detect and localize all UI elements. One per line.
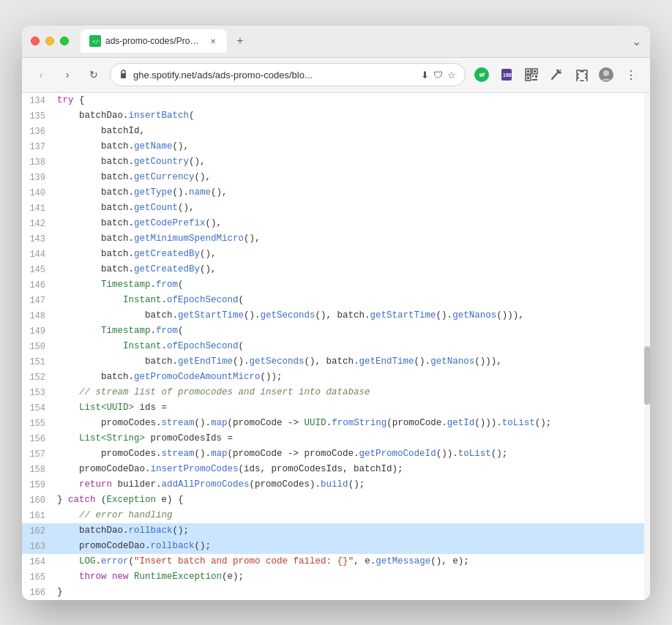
svg-point-16 bbox=[603, 70, 609, 76]
line-content: } catch (Exception e) { bbox=[54, 493, 650, 508]
line-number: 136 bbox=[22, 124, 54, 139]
extensions-icon[interactable] bbox=[571, 64, 591, 85]
line-number: 159 bbox=[22, 477, 54, 493]
code-line: 161 // error handling bbox=[22, 508, 650, 523]
window-chevron[interactable]: ⌄ bbox=[632, 34, 641, 48]
code-line: 136 batchId, bbox=[22, 124, 650, 139]
browser-window: </> ads-promo-codes/PromoCode... ✕ + ⌄ ‹… bbox=[22, 26, 650, 600]
maximize-button[interactable] bbox=[60, 37, 69, 45]
code-editor: 134try {135 batchDao.insertBatch(136 bat… bbox=[22, 93, 650, 600]
line-content: List<UUID> ids = bbox=[54, 400, 650, 416]
line-content: batch.getCount(), bbox=[54, 201, 650, 216]
forward-icon: › bbox=[66, 69, 70, 81]
code-line: 150 Instant.ofEpochSecond( bbox=[22, 339, 650, 354]
line-number: 145 bbox=[22, 262, 54, 277]
lock-icon bbox=[119, 70, 127, 81]
forward-button[interactable]: › bbox=[57, 64, 78, 85]
line-content: batchId, bbox=[54, 124, 650, 139]
code-line: 164 LOG.error("Insert batch and promo co… bbox=[22, 554, 650, 569]
line-number: 163 bbox=[22, 539, 54, 554]
line-content: Instant.ofEpochSecond( bbox=[54, 339, 650, 354]
line-number: 161 bbox=[22, 508, 54, 523]
code-line: 142 batch.getCodePrefix(), bbox=[22, 216, 650, 231]
spotify-extension-icon[interactable] bbox=[471, 64, 492, 85]
qr-extension-icon[interactable] bbox=[521, 64, 542, 85]
svg-rect-9 bbox=[534, 70, 536, 72]
qr-icon bbox=[525, 68, 538, 81]
line-number: 138 bbox=[22, 154, 54, 170]
more-options-icon: ⋮ bbox=[625, 68, 637, 82]
scrollbar[interactable] bbox=[644, 93, 650, 600]
line-content: try { bbox=[54, 93, 650, 108]
line-content: batchDao.insertBatch( bbox=[54, 108, 650, 124]
code-line: 141 batch.getCount(), bbox=[22, 201, 650, 216]
address-bar[interactable]: ghe.spotify.net/ads/ads-promo-codes/blo.… bbox=[110, 63, 466, 86]
code-line: 148 batch.getStartTime().getSeconds(), b… bbox=[22, 308, 650, 323]
bookmark-icon[interactable]: ☆ bbox=[447, 70, 456, 81]
traffic-lights bbox=[31, 37, 69, 45]
code-content: 134try {135 batchDao.insertBatch(136 bat… bbox=[22, 93, 650, 600]
code-line: 159 return builder.addAllPromoCodes(prom… bbox=[22, 477, 650, 493]
back-button[interactable]: ‹ bbox=[31, 64, 51, 85]
active-tab[interactable]: </> ads-promo-codes/PromoCode... ✕ bbox=[81, 29, 227, 53]
code-line: 149 Timestamp.from( bbox=[22, 323, 650, 339]
line-number: 154 bbox=[22, 400, 54, 416]
line-number: 141 bbox=[22, 201, 54, 216]
line-number: 150 bbox=[22, 339, 54, 354]
line-number: 153 bbox=[22, 385, 54, 400]
line-number: 137 bbox=[22, 139, 54, 154]
tab-favicon: </> bbox=[89, 35, 101, 47]
reload-button[interactable]: ↻ bbox=[83, 64, 104, 85]
close-button[interactable] bbox=[31, 37, 40, 45]
line-content: // error handling bbox=[54, 508, 650, 523]
line-content: Timestamp.from( bbox=[54, 323, 650, 339]
code-line: 143 batch.getMinimumSpendMicro(), bbox=[22, 231, 650, 247]
download-icon[interactable]: ⬇ bbox=[421, 70, 429, 81]
new-tab-button[interactable]: + bbox=[230, 31, 250, 51]
navbar: ‹ › ↻ ghe.spotify.net/ads/ads-promo-code… bbox=[22, 58, 650, 93]
minimize-button[interactable] bbox=[45, 37, 54, 45]
line-content: batch.getEndTime().getSeconds(), batch.g… bbox=[54, 354, 650, 370]
tab-close-button[interactable]: ✕ bbox=[208, 36, 218, 46]
code-line: 155 promoCodes.stream().map(promoCode ->… bbox=[22, 416, 650, 431]
line-content: batch.getName(), bbox=[54, 139, 650, 154]
code-line: 140 batch.getType().name(), bbox=[22, 185, 650, 201]
reload-icon: ↻ bbox=[89, 69, 98, 81]
code-line: 157 promoCodes.stream().map(promoCode ->… bbox=[22, 446, 650, 462]
line-content: batch.getMinimumSpendMicro(), bbox=[54, 231, 650, 247]
line-number: 135 bbox=[22, 108, 54, 124]
line-content: promoCodeDao.rollback(); bbox=[54, 539, 650, 554]
more-options-button[interactable]: ⋮ bbox=[621, 64, 641, 85]
code-line: 139 batch.getCurrency(), bbox=[22, 170, 650, 185]
address-bar-icons: ⬇ 🛡 ☆ bbox=[421, 70, 456, 81]
line-content: batch.getStartTime().getSeconds(), batch… bbox=[54, 308, 650, 323]
line-number: 158 bbox=[22, 462, 54, 477]
wand-extension-icon[interactable] bbox=[546, 64, 567, 85]
line-content: promoCodes.stream().map(promoCode -> pro… bbox=[54, 446, 650, 462]
line-content: // stream list of promocodes and insert … bbox=[54, 385, 650, 400]
line-content: batch.getType().name(), bbox=[54, 185, 650, 201]
scrollbar-thumb[interactable] bbox=[644, 346, 650, 405]
line-number: 146 bbox=[22, 277, 54, 293]
spotify-logo bbox=[474, 67, 489, 82]
line-number: 144 bbox=[22, 247, 54, 262]
svg-rect-14 bbox=[532, 79, 537, 81]
line-number: 162 bbox=[22, 523, 54, 539]
code-line: 134try { bbox=[22, 93, 650, 108]
code-line: 152 batch.getPromoCodeAmountMicro()); bbox=[22, 370, 650, 385]
line-content: batch.getCodePrefix(), bbox=[54, 216, 650, 231]
profile-icon[interactable] bbox=[596, 64, 616, 85]
shield-icon[interactable]: 🛡 bbox=[433, 70, 443, 81]
line-content: batchDao.rollback(); bbox=[54, 523, 650, 539]
line-content: throw new RuntimeException(e); bbox=[54, 569, 650, 585]
code-line: 151 batch.getEndTime().getSeconds(), bat… bbox=[22, 354, 650, 370]
line-content: batch.getPromoCodeAmountMicro()); bbox=[54, 370, 650, 385]
line-content: Instant.ofEpochSecond( bbox=[54, 293, 650, 308]
code-line: 160} catch (Exception e) { bbox=[22, 493, 650, 508]
tab-title: ads-promo-codes/PromoCode... bbox=[105, 36, 204, 46]
badge-extension-icon[interactable]: 168 bbox=[496, 64, 517, 85]
line-content: LOG.error("Insert batch and promo code f… bbox=[54, 554, 650, 569]
svg-rect-11 bbox=[527, 77, 529, 79]
line-number: 165 bbox=[22, 569, 54, 585]
toolbar-icons: 168 bbox=[471, 64, 641, 85]
